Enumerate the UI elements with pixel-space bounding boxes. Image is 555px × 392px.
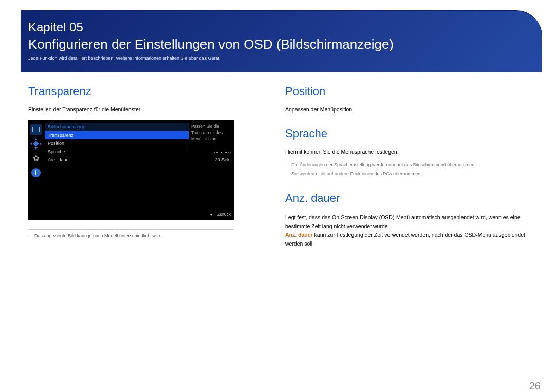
anzdauer-p1: Legt fest, dass das On-Screen-Display (O… bbox=[285, 213, 542, 231]
osd-row-label: Anz. dauer bbox=[48, 157, 215, 162]
sprache-note-1: Die Änderungen der Spracheinstellung wer… bbox=[285, 162, 542, 169]
page-subtitle: Jede Funktion wird detailliert beschrieb… bbox=[28, 55, 526, 61]
heading-anzdauer: Anz. dauer bbox=[285, 192, 542, 205]
nav-icon bbox=[30, 138, 42, 150]
osd-back-button[interactable]: Zurück bbox=[210, 212, 231, 217]
heading-transparenz: Transparenz bbox=[28, 85, 265, 98]
transparenz-desc: Einstellen der Transparenz für die Menüf… bbox=[28, 106, 265, 113]
heading-sprache: Sprache bbox=[285, 127, 542, 140]
divider bbox=[28, 229, 234, 230]
chapter-label: Kapitel 05 bbox=[28, 20, 526, 34]
osd-row-value: 20 Sek. bbox=[215, 157, 231, 162]
left-column: Transparenz Einstellen der Transparenz f… bbox=[28, 85, 265, 263]
page-title: Konfigurieren der Einstellungen von OSD … bbox=[28, 36, 526, 52]
osd-sidebar: ✿ i bbox=[28, 123, 44, 178]
sprache-note-2: Sie werden nicht auf andere Funktionen d… bbox=[285, 171, 542, 177]
heading-position: Position bbox=[285, 85, 542, 98]
sprache-desc: Hiermit können Sie die Menüsprache festl… bbox=[285, 148, 542, 155]
anzdauer-p2: Anz. dauer kann zur Festlegung der Zeit … bbox=[285, 231, 542, 248]
chapter-header: Kapitel 05 Konfigurieren der Einstellung… bbox=[21, 10, 542, 72]
right-column: Position Anpassen der Menüposition. Spra… bbox=[285, 85, 542, 263]
osd-hint: Passen Sie die Transparenz des Menüfelds… bbox=[189, 123, 234, 152]
position-desc: Anpassen der Menüposition. bbox=[285, 106, 542, 113]
osd-screenshot: ✿ i Bildschirmanzeige Transparenz Ein Po… bbox=[28, 120, 234, 220]
screenshot-note: Das angezeigte Bild kann je nach Modell … bbox=[28, 233, 265, 239]
gear-icon: ✿ bbox=[30, 153, 42, 164]
page-number: 26 bbox=[529, 380, 541, 392]
info-icon: i bbox=[30, 167, 42, 178]
monitor-icon bbox=[30, 124, 42, 135]
osd-row-anzdauer[interactable]: Anz. dauer 20 Sek. bbox=[45, 156, 234, 164]
